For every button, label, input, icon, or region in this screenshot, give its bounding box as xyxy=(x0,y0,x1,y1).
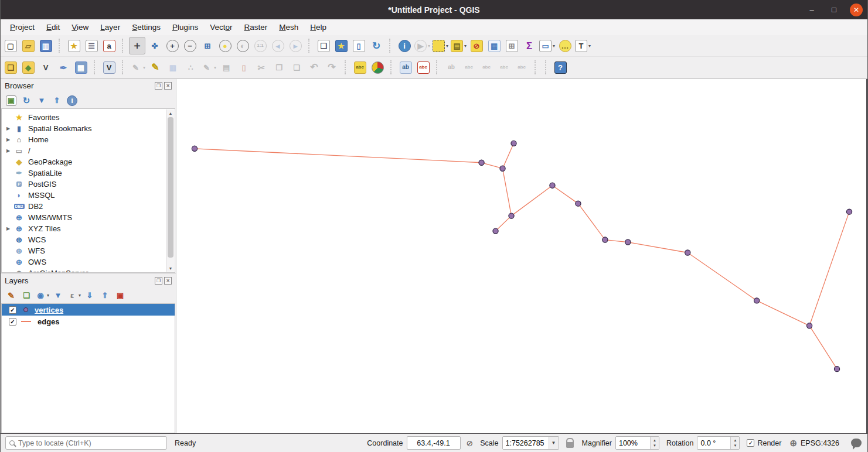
new-spatialite-layer-button[interactable]: ✒ xyxy=(55,59,72,76)
collapse-all-layers-button[interactable]: ⇑ xyxy=(98,289,112,303)
browser-item-home[interactable]: ▶⌂Home xyxy=(2,134,175,145)
add-group-button[interactable]: ❏ xyxy=(19,289,33,303)
locate-box[interactable] xyxy=(5,436,167,450)
browser-item-postgis[interactable]: PPostGIS xyxy=(2,179,175,190)
crs-status[interactable]: EPSG:4326 xyxy=(801,439,839,447)
layer-row-vertices[interactable]: ✓vertices xyxy=(2,304,175,316)
magnifier-spinbox[interactable]: ▲▼ xyxy=(615,436,659,450)
browser-item-xyz-tiles[interactable]: ▶⊕XYZ Tiles xyxy=(2,223,175,234)
browser-item-favorites[interactable]: ★Favorites xyxy=(2,112,175,123)
manage-map-themes-dropdown-icon[interactable]: ▾ xyxy=(47,293,49,298)
add-selected-layers-button[interactable]: ▣ xyxy=(4,94,18,108)
magnifier-spin-icons[interactable]: ▲▼ xyxy=(650,437,659,449)
menu-settings[interactable]: Settings xyxy=(126,21,166,33)
maximize-button[interactable]: □ xyxy=(828,4,840,16)
extents-toggle-icon[interactable]: ⊘ xyxy=(467,439,474,448)
layers-float-icon[interactable]: ❐ xyxy=(155,277,162,285)
menu-help[interactable]: Help xyxy=(304,21,332,33)
open-layer-styling-button[interactable]: ✎ xyxy=(4,289,18,303)
browser-item-root[interactable]: ▶▭/ xyxy=(2,145,175,156)
new-print-layout-button[interactable]: ★ xyxy=(66,37,82,54)
expander-icon[interactable]: ▶ xyxy=(6,137,14,142)
select-features-by-value-button[interactable]: ▤▾ xyxy=(450,37,467,54)
browser-close-icon[interactable]: ✕ xyxy=(164,82,172,90)
open-data-source-manager-button[interactable]: ❏ xyxy=(2,59,19,76)
expander-icon[interactable]: ▶ xyxy=(6,126,14,131)
rotation-input[interactable] xyxy=(697,437,730,449)
crs-globe-icon[interactable]: ⊕ xyxy=(789,438,797,448)
zoom-out-button[interactable]: − xyxy=(182,37,198,54)
map-canvas[interactable] xyxy=(176,79,867,433)
zoom-full-button[interactable]: ⊞ xyxy=(199,37,216,54)
text-annotation-dropdown-icon[interactable]: ▾ xyxy=(588,43,591,49)
scrollbar-thumb[interactable] xyxy=(168,117,173,258)
browser-item-spatialite[interactable]: ✒SpatiaLite xyxy=(2,167,175,179)
pan-map-to-selection-button[interactable]: ✜ xyxy=(147,37,163,54)
browser-float-icon[interactable]: ❐ xyxy=(155,82,162,90)
menu-vector[interactable]: Vector xyxy=(204,21,238,33)
new-map-view-button[interactable]: ❏ xyxy=(315,37,332,54)
filter-by-expression-dropdown-icon[interactable]: ▾ xyxy=(79,293,81,298)
text-annotation-button[interactable]: T▾ xyxy=(574,37,591,54)
browser-scrollbar[interactable]: ▲ ▼ xyxy=(166,109,174,272)
pin-labels-button[interactable]: ab xyxy=(397,59,414,76)
layer-checkbox[interactable]: ✓ xyxy=(9,318,16,326)
browser-item-wfs[interactable]: ⊕WFS xyxy=(2,245,175,256)
map-tips-button[interactable]: … xyxy=(557,37,573,54)
browser-item-geopackage[interactable]: ◆GeoPackage xyxy=(2,156,175,167)
select-features-by-value-dropdown-icon[interactable]: ▾ xyxy=(464,43,467,49)
menu-layer[interactable]: Layer xyxy=(94,21,126,33)
properties-widget-button[interactable]: i xyxy=(65,94,79,108)
minimize-button[interactable]: – xyxy=(805,4,818,16)
select-features-dropdown-icon[interactable]: ▾ xyxy=(446,43,448,49)
browser-item-wms-wmts[interactable]: ⊕WMS/WMTS xyxy=(2,212,175,223)
vertex-tool-dropdown-icon[interactable]: ▾ xyxy=(214,65,216,70)
layer-labeling-options-button[interactable]: abc xyxy=(352,59,368,76)
filter-by-expression-button[interactable]: ε▾ xyxy=(66,289,81,303)
close-button[interactable]: ✕ xyxy=(850,4,863,16)
remove-layer-button[interactable]: ▣ xyxy=(113,289,127,303)
scale-dropdown-icon[interactable]: ▼ xyxy=(549,437,559,449)
expand-all-button[interactable]: ⇓ xyxy=(83,289,97,303)
layer-row-edges[interactable]: ✓edges xyxy=(2,316,175,327)
pan-map-button[interactable]: ✛ xyxy=(129,37,145,54)
scroll-up-icon[interactable]: ▲ xyxy=(167,109,174,117)
filter-browser-button[interactable]: ▼ xyxy=(35,94,49,108)
measure-line-button[interactable]: ▭▾ xyxy=(539,37,556,54)
magnifier-input[interactable] xyxy=(616,437,650,449)
identify-features-button[interactable]: i xyxy=(396,37,413,54)
menu-project[interactable]: Project xyxy=(4,21,40,33)
layers-close-icon[interactable]: ✕ xyxy=(164,277,172,285)
browser-item-wcs[interactable]: ⊕WCS xyxy=(2,234,175,245)
menu-raster[interactable]: Raster xyxy=(239,21,274,33)
expander-icon[interactable]: ▶ xyxy=(6,148,14,153)
new-temporary-scratch-layer-button[interactable]: ▦ xyxy=(73,59,89,76)
zoom-in-button[interactable]: + xyxy=(164,37,181,54)
style-manager-button[interactable]: a xyxy=(101,37,117,54)
highlight-pinned-labels-button[interactable]: abc xyxy=(415,59,431,76)
menu-view[interactable]: View xyxy=(66,21,94,33)
messages-icon[interactable] xyxy=(851,439,862,447)
layer-diagram-options-button[interactable] xyxy=(369,59,386,76)
refresh-map-button[interactable]: ↻ xyxy=(368,37,384,54)
zoom-to-layer-button[interactable]: ◐ xyxy=(234,37,251,54)
open-attribute-table-button[interactable]: ▦ xyxy=(486,37,502,54)
open-field-calculator-button[interactable]: ⊞ xyxy=(503,37,520,54)
browser-item-db2[interactable]: DB2DB2 xyxy=(2,201,175,212)
new-project-button[interactable]: ▢ xyxy=(2,37,19,54)
rotation-spinbox[interactable]: ▲▼ xyxy=(697,436,740,450)
current-edits-dropdown-icon[interactable]: ▾ xyxy=(143,65,145,70)
run-feature-action-dropdown-icon[interactable]: ▾ xyxy=(428,43,430,49)
menu-plugins[interactable]: Plugins xyxy=(166,21,204,33)
browser-item-spatial-bookmarks[interactable]: ▶▮Spatial Bookmarks xyxy=(2,123,175,134)
new-spatial-bookmark-button[interactable]: ★ xyxy=(333,37,349,54)
layer-checkbox[interactable]: ✓ xyxy=(9,306,16,314)
help-contents-button[interactable]: ? xyxy=(552,59,569,76)
show-spatial-bookmarks-button[interactable]: ▯ xyxy=(350,37,367,54)
scale-combo[interactable]: ▼ xyxy=(502,436,559,450)
zoom-to-selection-button[interactable]: ● xyxy=(217,37,233,54)
filter-legend-button[interactable]: ▼ xyxy=(51,289,65,303)
select-features-button[interactable]: ▾ xyxy=(432,37,449,54)
scale-input[interactable] xyxy=(503,437,549,449)
deselect-features-button[interactable]: ⊘ xyxy=(468,37,485,54)
